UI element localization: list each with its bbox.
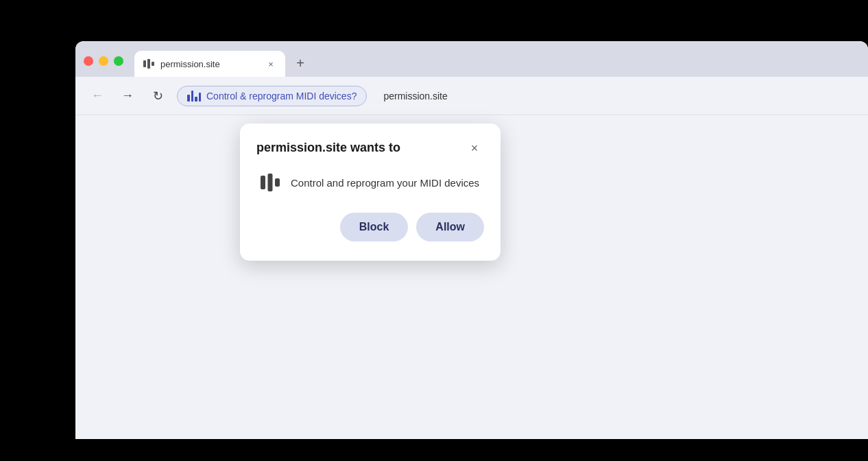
tab-bar: permission.site × + <box>75 41 868 77</box>
active-tab[interactable]: permission.site × <box>134 51 285 77</box>
close-window-button[interactable] <box>84 56 93 66</box>
block-button[interactable]: Block <box>340 213 409 241</box>
tab-title: permission.site <box>160 59 259 69</box>
svg-rect-3 <box>261 176 265 189</box>
svg-rect-0 <box>143 60 146 67</box>
browser-window: permission.site × + ← → ↻ Control & repr… <box>75 41 868 439</box>
maximize-window-button[interactable] <box>114 56 123 66</box>
url-display: permission.site <box>383 91 447 102</box>
page-content: permission.site wants to × Control and r… <box>75 115 868 439</box>
allow-button[interactable]: Allow <box>416 213 484 241</box>
svg-rect-2 <box>152 62 154 66</box>
svg-rect-4 <box>268 174 273 191</box>
dialog-content: Control and reprogram your MIDI devices <box>256 172 484 193</box>
forward-button[interactable]: → <box>117 85 138 107</box>
permission-chip-text: Control & reprogram MIDI devices? <box>206 91 357 102</box>
dialog-description-text: Control and reprogram your MIDI devices <box>291 176 479 190</box>
dialog-header: permission.site wants to × <box>256 140 484 158</box>
window-controls <box>84 56 123 77</box>
dialog-close-button[interactable]: × <box>465 139 484 158</box>
dialog-title: permission.site wants to <box>256 140 400 156</box>
permission-dialog: permission.site wants to × Control and r… <box>240 123 501 261</box>
reload-button[interactable]: ↻ <box>147 85 169 107</box>
tab-favicon-icon <box>143 58 155 70</box>
new-tab-button[interactable]: + <box>291 54 310 73</box>
midi-device-icon <box>259 172 281 193</box>
back-button[interactable]: ← <box>86 85 108 107</box>
minimize-window-button[interactable] <box>99 56 108 66</box>
svg-rect-5 <box>275 178 280 187</box>
svg-rect-1 <box>147 59 150 69</box>
tab-close-button[interactable]: × <box>265 58 277 70</box>
midi-chip-icon <box>187 91 201 102</box>
toolbar: ← → ↻ Control & reprogram MIDI devices? … <box>75 77 868 115</box>
permission-chip[interactable]: Control & reprogram MIDI devices? <box>177 86 367 106</box>
dialog-actions: Block Allow <box>256 213 484 241</box>
